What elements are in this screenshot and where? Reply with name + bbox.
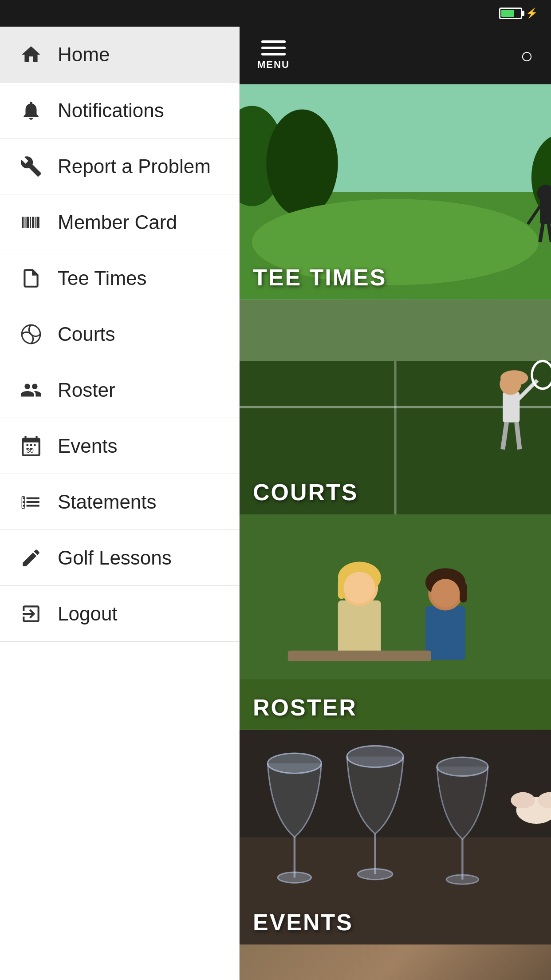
sidebar-item-logout[interactable]: Logout <box>0 586 239 642</box>
events-label-container: EVENTS <box>240 900 551 944</box>
sidebar-item-member-card[interactable]: Member Card <box>0 194 239 250</box>
courts-card-label: COURTS <box>253 479 358 505</box>
courts-label-container: COURTS <box>240 470 551 514</box>
events-label: Events <box>58 435 118 457</box>
sidebar-item-statements[interactable]: Statements <box>0 474 239 530</box>
sidebar-spacer <box>0 642 239 980</box>
people-icon <box>18 377 44 403</box>
golf-lessons-label: Golf Lessons <box>58 547 172 569</box>
menu-line-2 <box>261 47 286 49</box>
sidebar-item-events[interactable]: 30 Events <box>0 418 239 474</box>
svg-point-29 <box>500 370 528 386</box>
statements-icon <box>18 489 44 515</box>
cards-grid: TEE TIMES <box>240 84 551 980</box>
report-problem-label: Report a Problem <box>58 155 211 178</box>
roster-label-container: ROSTER <box>240 685 551 730</box>
svg-rect-23 <box>503 391 520 422</box>
svg-rect-32 <box>338 601 381 658</box>
top-nav: MENU ○ <box>240 27 551 84</box>
svg-point-48 <box>278 872 311 882</box>
menu-line-1 <box>261 40 286 43</box>
logout-icon <box>18 601 44 627</box>
courts-label: Courts <box>58 323 115 345</box>
svg-rect-11 <box>540 199 551 224</box>
menu-line-3 <box>261 53 286 55</box>
roster-label: Roster <box>58 379 115 401</box>
golf-lessons-icon <box>18 545 44 571</box>
barcode-icon <box>18 209 44 236</box>
battery-body <box>499 8 522 19</box>
events-card-label: EVENTS <box>253 909 353 935</box>
sidebar: Home Notifications Report a Problem <box>0 27 240 980</box>
svg-point-41 <box>431 579 460 608</box>
partial-card <box>240 944 551 980</box>
bell-icon <box>18 97 44 124</box>
svg-point-36 <box>344 572 375 603</box>
calendar-icon: 30 <box>18 433 44 459</box>
sidebar-item-report-problem[interactable]: Report a Problem <box>0 138 239 194</box>
card-events[interactable]: EVENTS <box>240 730 551 945</box>
wrench-icon <box>18 153 44 180</box>
main-layout: Home Notifications Report a Problem <box>0 27 551 980</box>
statements-label: Statements <box>58 491 157 513</box>
svg-rect-43 <box>288 651 431 661</box>
charging-icon: ⚡ <box>526 8 538 19</box>
right-panel: MENU ○ <box>240 27 551 980</box>
search-icon[interactable]: ○ <box>520 43 533 68</box>
tee-times-label-container: TEE TIMES <box>240 255 551 300</box>
card-courts[interactable]: COURTS <box>240 300 551 515</box>
svg-point-56 <box>511 792 535 808</box>
document-icon <box>18 265 44 292</box>
notifications-label: Notifications <box>58 99 164 122</box>
sidebar-item-notifications[interactable]: Notifications <box>0 83 239 138</box>
sidebar-item-tee-times[interactable]: Tee Times <box>0 250 239 306</box>
svg-text:30: 30 <box>27 447 34 454</box>
menu-button[interactable]: MENU <box>257 40 290 71</box>
member-card-label: Member Card <box>58 211 177 233</box>
svg-rect-40 <box>460 582 467 602</box>
svg-point-54 <box>446 875 479 884</box>
card-roster[interactable]: ROSTER <box>240 514 551 730</box>
sidebar-item-home[interactable]: Home <box>0 27 239 83</box>
svg-point-51 <box>358 869 393 879</box>
home-icon <box>18 41 44 68</box>
logout-label: Logout <box>58 603 118 625</box>
sidebar-item-courts[interactable]: Courts <box>0 306 239 362</box>
svg-rect-37 <box>425 606 465 660</box>
status-bar: ⚡ <box>0 0 551 27</box>
roster-card-label: ROSTER <box>253 695 357 720</box>
sidebar-item-roster[interactable]: Roster <box>0 362 239 418</box>
card-tee-times[interactable]: TEE TIMES <box>240 84 551 300</box>
tee-times-label: Tee Times <box>58 267 147 289</box>
tee-times-card-label: TEE TIMES <box>253 265 386 290</box>
battery-fill <box>501 10 514 17</box>
svg-line-28 <box>516 422 520 449</box>
sidebar-item-golf-lessons[interactable]: Golf Lessons <box>0 530 239 586</box>
tennis-icon <box>18 321 44 348</box>
menu-label: MENU <box>257 59 290 71</box>
hamburger-icon <box>261 40 286 55</box>
home-label: Home <box>58 43 110 66</box>
svg-point-7 <box>266 110 338 217</box>
battery-indicator: ⚡ <box>499 8 538 19</box>
